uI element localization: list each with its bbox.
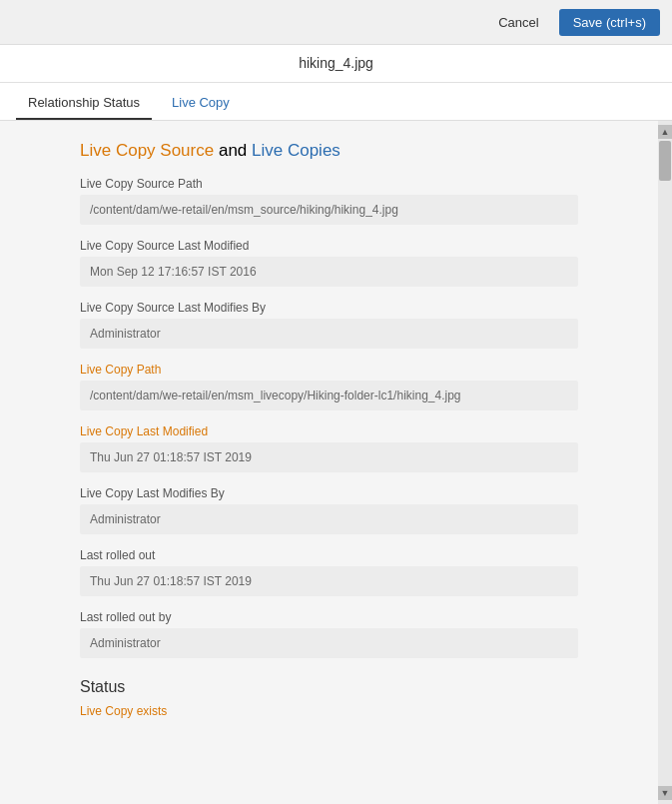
field-label-source-last-modified: Live Copy Source Last Modified [80,239,578,253]
field-value-last-rolled-out-by: Administrator [80,628,578,658]
field-label-source-last-modifies-by: Live Copy Source Last Modifies By [80,301,578,315]
field-value-source-last-modified: Mon Sep 12 17:16:57 IST 2016 [80,257,578,287]
tab-live-copy[interactable]: Live Copy [160,87,242,120]
field-source-last-modified: Live Copy Source Last Modified Mon Sep 1… [80,239,578,287]
field-label-source-path: Live Copy Source Path [80,177,578,191]
content-area: Live Copy Source and Live Copies Live Co… [0,121,658,804]
status-title: Status [80,678,578,696]
field-label-live-copy-last-modifies-by: Live Copy Last Modifies By [80,486,578,500]
field-last-rolled-out: Last rolled out Thu Jun 27 01:18:57 IST … [80,548,578,596]
save-button[interactable]: Save (ctrl+s) [559,9,660,36]
field-value-live-copy-last-modified: Thu Jun 27 01:18:57 IST 2019 [80,442,578,472]
cancel-button[interactable]: Cancel [486,9,550,36]
scroll-up-arrow[interactable]: ▲ [658,125,672,139]
top-bar: Cancel Save (ctrl+s) [0,0,672,45]
field-live-copy-last-modifies-by: Live Copy Last Modifies By Administrator [80,486,578,534]
section-title-highlight: Live Copies [252,141,340,160]
field-value-source-path: /content/dam/we-retail/en/msm_source/hik… [80,195,578,225]
section-title: Live Copy Source and Live Copies [80,141,578,161]
field-value-source-last-modifies-by: Administrator [80,319,578,349]
tabs-bar: Relationship Status Live Copy [0,83,672,121]
field-label-last-rolled-out: Last rolled out [80,548,578,562]
section-title-prefix: Live Copy Source [80,141,214,160]
status-section: Status Live Copy exists [80,678,578,718]
title-bar: hiking_4.jpg [0,45,672,83]
field-value-live-copy-path: /content/dam/we-retail/en/msm_livecopy/H… [80,381,578,410]
tab-relationship-status[interactable]: Relationship Status [16,87,152,120]
field-value-live-copy-last-modifies-by: Administrator [80,504,578,534]
field-value-last-rolled-out: Thu Jun 27 01:18:57 IST 2019 [80,566,578,596]
field-label-live-copy-last-modified: Live Copy Last Modified [80,424,578,438]
field-last-rolled-out-by: Last rolled out by Administrator [80,610,578,658]
status-value: Live Copy exists [80,704,578,718]
scroll-thumb[interactable] [659,141,671,181]
field-source-last-modifies-by: Live Copy Source Last Modifies By Admini… [80,301,578,349]
field-live-copy-last-modified: Live Copy Last Modified Thu Jun 27 01:18… [80,424,578,472]
file-title: hiking_4.jpg [299,55,373,71]
field-live-copy-source-path: Live Copy Source Path /content/dam/we-re… [80,177,578,225]
field-label-last-rolled-out-by: Last rolled out by [80,610,578,624]
main-wrapper: Live Copy Source and Live Copies Live Co… [0,121,672,804]
field-label-live-copy-path: Live Copy Path [80,363,578,377]
section-title-middle: and [219,141,252,160]
scrollbar[interactable]: ▲ ▼ [658,121,672,804]
scroll-down-arrow[interactable]: ▼ [658,786,672,800]
field-live-copy-path: Live Copy Path /content/dam/we-retail/en… [80,363,578,410]
